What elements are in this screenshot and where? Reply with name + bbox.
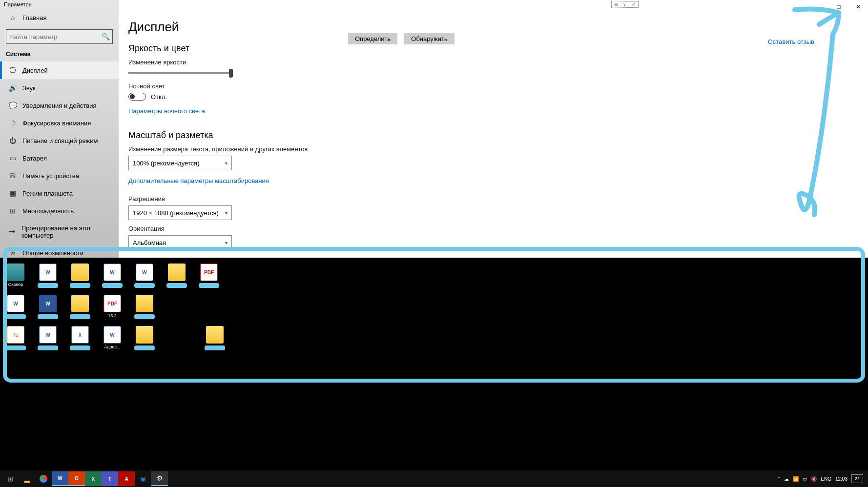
- sound-icon: 🔊: [9, 84, 17, 92]
- folder-icon: [71, 295, 89, 312]
- resolution-value: 1920 × 1080 (рекомендуется): [133, 209, 219, 217]
- battery-icon[interactable]: ▭: [803, 476, 807, 482]
- pdf-icon: PDF: [200, 264, 218, 281]
- word-icon: W: [7, 295, 24, 312]
- slider-thumb[interactable]: [229, 69, 233, 78]
- scale-value: 100% (рекомендуется): [133, 160, 199, 167]
- settings-window: Параметры ⌂ Главная 🔍 Система 🖵 Дисплей …: [0, 0, 868, 258]
- word-icon: W: [103, 264, 121, 281]
- brightness-slider[interactable]: [128, 72, 231, 74]
- sidebar-home-label: Главная: [22, 14, 46, 21]
- sidebar-item-focus[interactable]: ☽ Фокусировка внимания: [0, 114, 119, 132]
- desktop[interactable]: СканерWWWPDF WWPDF13.2 7zWXWАдрес...: [0, 258, 868, 385]
- sidebar-item-battery[interactable]: ▭ Батарея: [0, 149, 119, 167]
- sidebar-item-notifications[interactable]: 💬 Уведомления и действия: [0, 97, 119, 114]
- sidebar-item-label: Общие возможности: [22, 249, 83, 257]
- orientation-dropdown[interactable]: Альбомная ▾: [128, 235, 232, 250]
- window-controls: — □ ✕: [809, 0, 868, 14]
- taskbar-outlook[interactable]: O: [68, 471, 85, 486]
- desktop-icon[interactable]: [68, 264, 92, 288]
- word-icon: W: [39, 264, 57, 281]
- advanced-scaling-link[interactable]: Дополнительные параметры масштабирования: [128, 177, 269, 184]
- taskbar-teamviewer[interactable]: ◉: [135, 471, 151, 486]
- desktop-icon[interactable]: [133, 295, 156, 319]
- search-input[interactable]: [9, 33, 102, 41]
- start-button[interactable]: ⊞: [2, 471, 19, 486]
- resolution-label: Разрешение: [128, 195, 858, 203]
- volume-icon[interactable]: 🔇: [811, 476, 817, 482]
- orientation-label: Ориентация: [128, 225, 858, 232]
- desktop-icon[interactable]: W: [36, 295, 60, 319]
- action-center-button[interactable]: 22: [851, 474, 863, 483]
- sidebar-item-power[interactable]: ⏻ Питание и спящий режим: [0, 132, 119, 149]
- taskbar-excel[interactable]: X: [85, 471, 102, 486]
- nightlight-settings-link[interactable]: Параметры ночного света: [128, 107, 205, 115]
- sidebar: Параметры ⌂ Главная 🔍 Система 🖵 Дисплей …: [0, 0, 119, 258]
- onedrive-icon[interactable]: ☁: [784, 476, 789, 482]
- desktop-icon[interactable]: 7z: [4, 326, 27, 350]
- desktop-icon[interactable]: [133, 326, 156, 350]
- focus-icon: ☽: [9, 119, 17, 127]
- toolbar-icons: ⊞∨⤢: [611, 1, 639, 8]
- sidebar-item-label: Питание и спящий режим: [22, 137, 98, 144]
- taskbar-chrome[interactable]: [35, 471, 52, 486]
- taskbar-explorer[interactable]: ▂: [19, 471, 35, 486]
- display-detect-buttons: Определить Обнаружить: [348, 33, 455, 44]
- identify-button[interactable]: Определить: [348, 33, 397, 44]
- feedback-link[interactable]: Оставить отзыв: [768, 38, 814, 45]
- desktop-icon[interactable]: PDF: [197, 264, 221, 288]
- projecting-icon: ⮕: [9, 228, 16, 236]
- nightlight-toggle[interactable]: [128, 93, 146, 101]
- taskbar-settings[interactable]: ⚙: [151, 471, 168, 486]
- sidebar-item-tablet[interactable]: ▣ Режим планшета: [0, 184, 119, 202]
- chevron-down-icon: ▾: [225, 240, 227, 245]
- folder-icon: [136, 295, 153, 312]
- wifi-icon[interactable]: 📶: [793, 476, 799, 482]
- sidebar-item-storage[interactable]: ⛁ Память устройства: [0, 167, 119, 184]
- taskbar-acrobat[interactable]: A: [118, 471, 135, 486]
- storage-icon: ⛁: [9, 172, 17, 180]
- sidebar-item-label: Фокусировка внимания: [22, 120, 91, 127]
- taskbar-word[interactable]: W: [52, 471, 68, 486]
- language-indicator[interactable]: ENG: [821, 476, 831, 482]
- desktop-icon[interactable]: [165, 264, 188, 288]
- desktop-icon[interactable]: X: [68, 326, 92, 350]
- desktop-icon[interactable]: W: [133, 264, 156, 288]
- taskbar-teams[interactable]: T: [102, 471, 118, 486]
- maximize-button[interactable]: □: [829, 0, 848, 14]
- resolution-dropdown[interactable]: 1920 × 1080 (рекомендуется) ▾: [128, 205, 232, 220]
- scale-dropdown[interactable]: 100% (рекомендуется) ▾: [128, 156, 232, 170]
- desktop-icon[interactable]: W: [36, 264, 60, 288]
- redaction-smudge: [5, 314, 26, 319]
- desktop-icon[interactable]: [203, 326, 227, 350]
- desktop-icon[interactable]: W: [36, 326, 60, 350]
- zip-icon: 7z: [7, 326, 24, 344]
- nightlight-label: Ночной свет: [128, 82, 858, 90]
- redaction-smudge: [38, 345, 58, 350]
- desktop-icon[interactable]: W: [101, 264, 124, 288]
- minimize-button[interactable]: —: [809, 0, 829, 14]
- taskbar-clock[interactable]: 12:03: [835, 476, 847, 482]
- redaction-smudge: [38, 283, 58, 288]
- sidebar-item-sound[interactable]: 🔊 Звук: [0, 79, 119, 97]
- close-button[interactable]: ✕: [848, 0, 868, 14]
- chevron-down-icon: ▾: [225, 161, 227, 166]
- desktop-icon[interactable]: Сканер: [4, 264, 27, 288]
- sidebar-item-multitask[interactable]: ⊞ Многозадачность: [0, 202, 119, 220]
- desktop-icon[interactable]: WАдрес...: [101, 326, 124, 350]
- desktop-icon[interactable]: W: [4, 295, 27, 319]
- sidebar-item-display[interactable]: 🖵 Дисплей: [0, 61, 119, 79]
- sidebar-item-label: Уведомления и действия: [22, 102, 97, 109]
- redaction-smudge: [134, 314, 155, 319]
- sidebar-home[interactable]: ⌂ Главная: [0, 9, 119, 26]
- desktop-icon[interactable]: PDF13.2: [101, 295, 124, 319]
- window-title: Параметры: [0, 0, 119, 9]
- sidebar-item-projecting[interactable]: ⮕ Проецирование на этот компьютер: [0, 220, 119, 244]
- sidebar-search[interactable]: 🔍: [6, 29, 113, 44]
- redaction-smudge: [70, 283, 90, 288]
- tray-expand-icon[interactable]: ˄: [778, 476, 780, 482]
- sidebar-item-label: Проецирование на этот компьютер: [21, 224, 110, 239]
- redaction-smudge: [38, 314, 58, 319]
- desktop-icon[interactable]: [68, 295, 92, 319]
- detect-button[interactable]: Обнаружить: [404, 33, 454, 44]
